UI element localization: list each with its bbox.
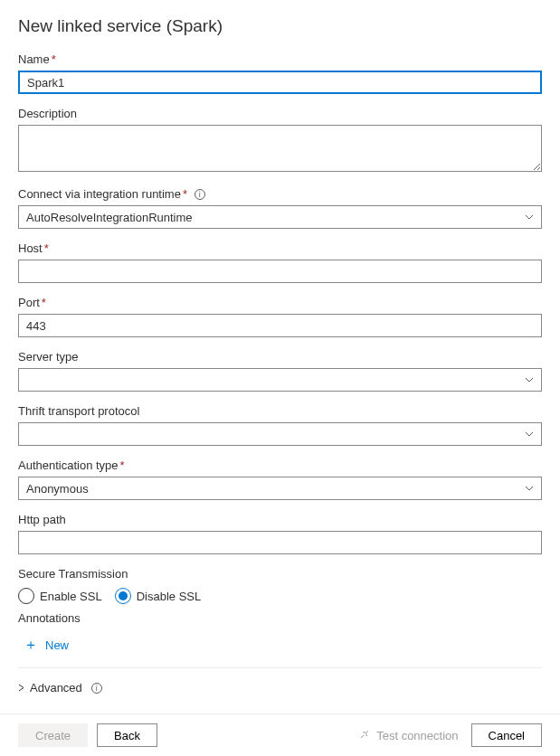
http-path-label: Http path xyxy=(18,513,542,526)
host-label: Host* xyxy=(18,241,542,255)
radio-dot-icon xyxy=(119,591,128,600)
chevron-down-icon xyxy=(525,484,534,493)
name-input[interactable] xyxy=(18,71,542,94)
chevron-down-icon xyxy=(525,375,534,384)
footer: Create Back Test connection Cancel xyxy=(0,713,560,756)
disable-ssl-radio[interactable]: Disable SSL xyxy=(115,588,202,604)
auth-select[interactable]: Anonymous xyxy=(18,477,542,500)
server-type-label: Server type xyxy=(18,350,542,364)
port-input[interactable] xyxy=(18,314,542,337)
enable-ssl-label: Enable SSL xyxy=(40,590,102,603)
http-path-input[interactable] xyxy=(18,531,542,554)
plus-icon: ＋ xyxy=(24,636,38,655)
chevron-down-icon xyxy=(525,430,534,439)
secure-transmission-label: Secure Transmission xyxy=(18,567,542,581)
back-button[interactable]: Back xyxy=(97,723,157,747)
new-annotation-label: New xyxy=(45,638,69,652)
cancel-button[interactable]: Cancel xyxy=(471,723,542,747)
connection-icon xyxy=(358,728,371,743)
info-icon[interactable]: i xyxy=(195,189,205,200)
test-connection-label: Test connection xyxy=(376,729,458,742)
radio-circle-icon xyxy=(18,588,34,604)
runtime-label: Connect via integration runtime* i xyxy=(18,187,542,201)
chevron-right-icon xyxy=(18,681,24,695)
runtime-select[interactable]: AutoResolveIntegrationRuntime xyxy=(18,205,542,229)
enable-ssl-radio[interactable]: Enable SSL xyxy=(18,588,102,604)
info-icon[interactable]: i xyxy=(91,683,102,694)
divider xyxy=(18,667,542,668)
required-asterisk: * xyxy=(120,458,125,472)
chevron-down-icon xyxy=(525,213,534,222)
radio-circle-icon xyxy=(115,588,131,604)
runtime-value: AutoResolveIntegrationRuntime xyxy=(26,211,193,224)
port-label: Port* xyxy=(18,296,542,309)
auth-value: Anonymous xyxy=(26,482,89,496)
page-title: New linked service (Spark) xyxy=(18,16,542,36)
annotations-label: Annotations xyxy=(18,611,542,625)
create-button: Create xyxy=(18,723,88,747)
advanced-label: Advanced xyxy=(30,681,82,695)
description-label: Description xyxy=(18,107,542,120)
disable-ssl-label: Disable SSL xyxy=(137,590,202,603)
test-connection-button: Test connection xyxy=(358,728,458,743)
required-asterisk: * xyxy=(44,241,49,255)
required-asterisk: * xyxy=(52,52,56,66)
description-textarea[interactable] xyxy=(18,125,542,172)
auth-label: Authentication type* xyxy=(18,458,542,472)
server-type-select[interactable] xyxy=(18,368,542,392)
name-label: Name* xyxy=(18,52,542,66)
advanced-toggle[interactable]: Advanced i xyxy=(18,679,102,696)
required-asterisk: * xyxy=(183,187,187,201)
new-annotation-button[interactable]: ＋ New xyxy=(18,632,69,664)
thrift-label: Thrift transport protocol xyxy=(18,404,542,418)
required-asterisk: * xyxy=(42,296,46,309)
host-input[interactable] xyxy=(18,260,542,283)
thrift-select[interactable] xyxy=(18,422,542,446)
